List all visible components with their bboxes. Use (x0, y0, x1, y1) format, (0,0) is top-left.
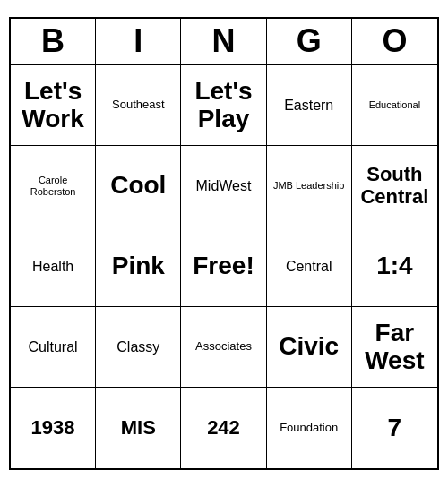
cell-text: Southeast (112, 98, 165, 111)
cell-text: Cool (110, 172, 166, 200)
bingo-grid: Let's WorkSoutheastLet's PlayEasternEduc… (11, 65, 437, 468)
bingo-cell: Eastern (267, 65, 352, 146)
cell-text: MidWest (196, 178, 252, 194)
bingo-cell: Foundation (267, 388, 352, 468)
cell-text: Central (286, 259, 332, 275)
cell-text: MIS (121, 417, 156, 439)
bingo-cell: South Central (352, 146, 437, 226)
bingo-cell: Carole Roberston (11, 146, 96, 226)
bingo-cell: 1:4 (352, 226, 437, 307)
bingo-cell: 7 (352, 388, 437, 468)
bingo-cell: Health (11, 226, 96, 307)
header-letter: G (267, 19, 352, 64)
cell-text: 242 (207, 417, 240, 439)
cell-text: Cultural (29, 339, 78, 355)
cell-text: Free! (193, 252, 254, 280)
bingo-cell: Pink (96, 226, 181, 307)
cell-text: Classy (116, 339, 159, 355)
bingo-cell: Classy (96, 307, 181, 388)
bingo-card: BINGO Let's WorkSoutheastLet's PlayEaste… (9, 17, 439, 470)
cell-text: Foundation (280, 422, 338, 434)
cell-text: Pink (112, 252, 165, 280)
cell-text: Health (32, 259, 73, 275)
bingo-cell: Free! (181, 226, 266, 307)
cell-text: South Central (356, 164, 434, 207)
bingo-cell: Educational (352, 65, 437, 146)
bingo-cell: Let's Work (11, 65, 96, 146)
bingo-cell: MidWest (181, 146, 266, 226)
bingo-cell: 242 (181, 388, 266, 468)
cell-text: Eastern (284, 98, 333, 114)
bingo-cell: 1938 (11, 388, 96, 468)
bingo-cell: JMB Leadership (267, 146, 352, 226)
cell-text: 7 (388, 414, 402, 442)
cell-text: Let's Play (185, 78, 262, 133)
bingo-cell: Cultural (11, 307, 96, 388)
cell-text: Far West (356, 320, 434, 375)
cell-text: JMB Leadership (273, 180, 345, 191)
cell-text: Let's Work (14, 78, 91, 133)
header-letter: B (11, 19, 96, 64)
bingo-cell: Let's Play (181, 65, 266, 146)
bingo-header: BINGO (11, 19, 437, 65)
cell-text: Civic (279, 333, 339, 361)
header-letter: I (96, 19, 181, 64)
bingo-cell: Civic (267, 307, 352, 388)
bingo-cell: Far West (352, 307, 437, 388)
bingo-cell: MIS (96, 388, 181, 468)
bingo-cell: Associates (181, 307, 266, 388)
bingo-cell: Cool (96, 146, 181, 226)
header-letter: O (352, 19, 437, 64)
cell-text: Educational (369, 99, 421, 110)
header-letter: N (181, 19, 266, 64)
cell-text: 1:4 (376, 252, 412, 280)
bingo-cell: Southeast (96, 65, 181, 146)
cell-text: Associates (195, 340, 252, 353)
bingo-cell: Central (267, 226, 352, 307)
cell-text: 1938 (31, 417, 75, 439)
cell-text: Carole Roberston (14, 175, 91, 196)
